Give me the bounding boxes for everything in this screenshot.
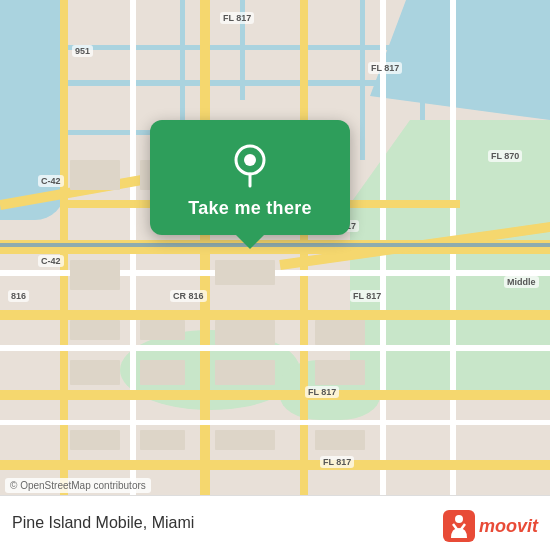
svg-point-4 bbox=[455, 515, 463, 523]
road-horizontal-4 bbox=[0, 460, 550, 470]
moovit-brand-text: moovit bbox=[479, 516, 538, 537]
city-block bbox=[215, 430, 275, 450]
canal-v4 bbox=[360, 0, 365, 160]
bottom-bar: Pine Island Mobile, Miami moovit bbox=[0, 495, 550, 550]
take-me-there-button[interactable]: Take me there bbox=[188, 198, 312, 219]
city-block bbox=[215, 260, 275, 285]
city-block bbox=[215, 320, 275, 345]
route-line bbox=[0, 243, 550, 247]
road-label-fl870: FL 870 bbox=[488, 150, 522, 162]
road-white-2 bbox=[0, 345, 550, 351]
road-label-fl817-bot2: FL 817 bbox=[320, 456, 354, 468]
city-block bbox=[140, 320, 185, 340]
city-block bbox=[70, 430, 120, 450]
city-block bbox=[315, 360, 365, 385]
map-attribution: © OpenStreetMap contributors bbox=[5, 478, 151, 493]
road-label-cr816: CR 816 bbox=[170, 290, 207, 302]
popup-card: Take me there bbox=[150, 120, 350, 235]
city-block bbox=[315, 320, 365, 345]
road-horizontal-2 bbox=[0, 310, 550, 320]
road-label-fl817-top: FL 817 bbox=[220, 12, 254, 24]
road-label-fl817-mid: FL 817 bbox=[350, 290, 384, 302]
map-container: FL 817 FL 817 FL 870 817 FL 817 CR 816 8… bbox=[0, 0, 550, 550]
water-area-left bbox=[0, 0, 65, 220]
location-pin-icon bbox=[226, 140, 274, 188]
city-block bbox=[215, 360, 275, 385]
city-block bbox=[70, 320, 120, 340]
road-label-c42-1: C-42 bbox=[38, 175, 64, 187]
road-label-c42-2: C-42 bbox=[38, 255, 64, 267]
city-block bbox=[315, 430, 365, 450]
road-label-fl817-2: FL 817 bbox=[368, 62, 402, 74]
city-block bbox=[140, 360, 185, 385]
city-block bbox=[70, 360, 120, 385]
city-block bbox=[140, 430, 185, 450]
svg-point-1 bbox=[244, 154, 256, 166]
app-name-label: Pine Island Mobile, Miami bbox=[12, 514, 194, 532]
road-label-fl817-bot1: FL 817 bbox=[305, 386, 339, 398]
city-block bbox=[70, 260, 120, 290]
road-horizontal-3 bbox=[0, 390, 550, 400]
canal-h1 bbox=[0, 80, 550, 86]
road-label-middle: Middle bbox=[504, 276, 539, 288]
road-label-951: 951 bbox=[72, 45, 93, 57]
road-white-3 bbox=[0, 420, 550, 425]
moovit-icon bbox=[443, 510, 475, 542]
road-label-816: 816 bbox=[8, 290, 29, 302]
city-block bbox=[70, 160, 120, 190]
canal-h2 bbox=[60, 45, 460, 50]
moovit-logo: moovit bbox=[443, 510, 538, 542]
